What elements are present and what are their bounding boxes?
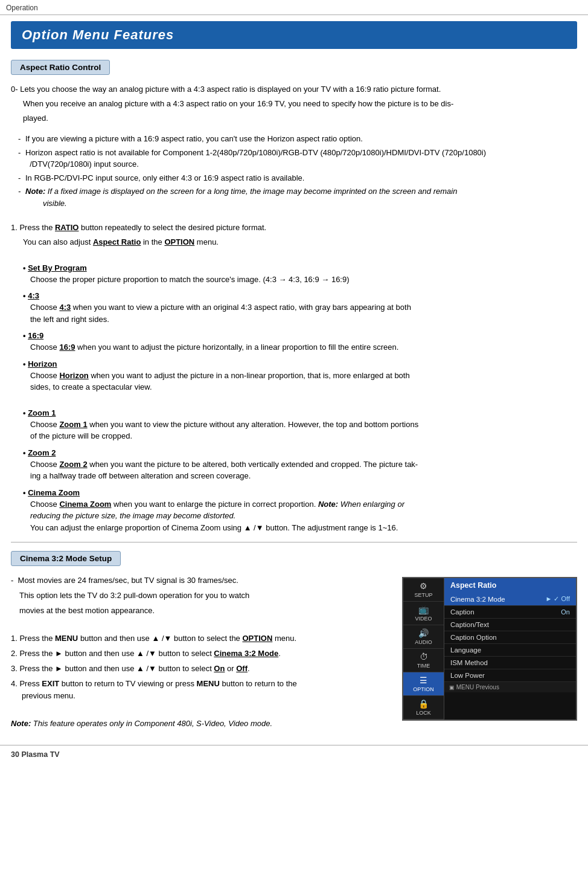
tv-menu-row-ism: ISM Method	[444, 657, 576, 669]
tv-menu-row-caption: Caption On	[444, 606, 576, 619]
time-label: TIME	[417, 663, 430, 669]
captionoption-label: Caption Option	[450, 634, 497, 641]
cinema32-value: ► ✓ Off	[546, 595, 570, 603]
tv-menu-row-captionoption: Caption Option	[444, 631, 576, 644]
footer-text: MENU Previous	[456, 684, 499, 690]
cinema-content-row: - Most movies are 24 frames/sec, but TV …	[11, 575, 577, 733]
main-content: Option Menu Features Aspect Ratio Contro…	[0, 15, 588, 739]
bullet-item-note: Note: If a fixed image is displayed on t…	[18, 185, 577, 209]
ism-label: ISM Method	[450, 659, 488, 666]
cinema-text: - Most movies are 24 frames/sec, but TV …	[11, 575, 390, 733]
sidebar-time: ⏱ TIME	[403, 649, 444, 672]
tv-menu-row-captiontext: Caption/Text	[444, 619, 576, 631]
video-label: VIDEO	[415, 616, 432, 622]
option-16-9: 16:9 Choose 16:9 when you want to adjust…	[23, 331, 577, 353]
option-title-cinzoom: Cinema Zoom	[23, 488, 577, 497]
sidebar-audio: 🔊 AUDIO	[403, 625, 444, 649]
tv-menu-footer: ▣ MENU Previous	[444, 682, 576, 692]
aspect-ratio-section: Aspect Ratio Control 0- Lets you choose …	[11, 60, 577, 533]
cinema-step2: 2. Press the ► button and then use ▲ /▼ …	[11, 648, 390, 660]
step1: 1. Press the RATIO button repeatedly to …	[11, 222, 577, 248]
lock-icon: 🔒	[418, 699, 429, 709]
option-cinema-zoom: Cinema Zoom Choose Cinema Zoom when you …	[23, 488, 577, 534]
setup-icon: ⚙	[420, 581, 427, 591]
option-title-43: 4:3	[23, 291, 577, 300]
audio-icon: 🔊	[418, 628, 429, 638]
bullet-item-1: If you are viewing a picture with a 16:9…	[18, 133, 577, 145]
cinema-intro-1: - Most movies are 24 frames/sec, but TV …	[11, 575, 390, 587]
tv-menu-box: ⚙ SETUP 📺 VIDEO 🔊 AUDIO ⏱	[402, 577, 577, 721]
option-title-zoom2: Zoom 2	[23, 448, 577, 457]
page-footer: 30 Plasma TV	[0, 745, 588, 764]
option-4-3: 4:3 Choose 4:3 when you want to view a p…	[23, 291, 577, 325]
aspect-ratio-label: Aspect Ratio Control	[11, 60, 110, 75]
audio-label: AUDIO	[415, 639, 432, 645]
banner-title: Option Menu Features	[22, 27, 174, 42]
sidebar-option: ☰ OPTION	[403, 672, 444, 696]
page-header: Operation	[0, 0, 588, 15]
option-desc-zoom1: Choose Zoom 1 when you want to view the …	[30, 419, 577, 442]
option-title-horizon: Horizon	[23, 359, 577, 369]
option-label: OPTION	[413, 686, 434, 692]
section-divider	[11, 542, 577, 542]
options-block: Set By Program Choose the proper picture…	[14, 263, 577, 534]
bullet-list: If you are viewing a picture with a 16:9…	[18, 133, 577, 209]
tv-menu-main: Aspect Ratio Cinema 3:2 Mode ► ✓ Off Cap…	[444, 578, 576, 719]
option-desc-sbp: Choose the proper picture proportion to …	[30, 274, 577, 286]
cinema-intro-2: This option lets the TV do 3:2 pull-down…	[19, 590, 390, 602]
title-banner: Option Menu Features	[11, 21, 577, 49]
caption-value: On	[561, 608, 570, 616]
tv-menu-row-language: Language	[444, 644, 576, 657]
option-desc-43: Choose 4:3 when you want to view a pictu…	[30, 301, 577, 325]
captiontext-label: Caption/Text	[450, 621, 489, 628]
video-icon: 📺	[418, 605, 429, 614]
sidebar-setup: ⚙ SETUP	[403, 578, 444, 602]
option-title-169: 16:9	[23, 331, 577, 340]
cinema-step3: 3. Press the ► button and then use ▲ /▼ …	[11, 663, 390, 675]
cinema-note: Note: This feature operates only in Comp…	[11, 718, 390, 730]
intro-line-2: played.	[23, 112, 577, 124]
lowpower-label: Low Power	[450, 672, 485, 679]
intro-line-0: 0- Lets you choose the way an analog pic…	[11, 83, 577, 95]
tv-menu-inner: ⚙ SETUP 📺 VIDEO 🔊 AUDIO ⏱	[403, 578, 576, 719]
option-zoom2: Zoom 2 Choose Zoom 2 when you want the p…	[23, 448, 577, 482]
option-horizon: Horizon Choose Horizon when you want to …	[23, 359, 577, 393]
option-desc-169: Choose 16:9 when you want to adjust the …	[30, 341, 577, 353]
intro-block: 0- Lets you choose the way an analog pic…	[11, 83, 577, 124]
caption-label: Caption	[450, 608, 475, 616]
cinema-step1: 1. Press the MENU button and then use ▲ …	[11, 633, 390, 645]
option-set-by-program: Set By Program Choose the proper picture…	[23, 263, 577, 286]
cinema-section-label: Cinema 3:2 Mode Setup	[11, 551, 121, 566]
option-desc-cinzoom: Choose Cinema Zoom when you want to enla…	[30, 498, 577, 534]
option-desc-horizon: Choose Horizon when you want to adjust t…	[30, 370, 577, 393]
step1-sub: You can also adjust Aspect Ratio in the …	[23, 236, 577, 248]
option-title-sbp: Set By Program	[23, 263, 577, 272]
lock-label: LOCK	[416, 710, 431, 716]
setup-label: SETUP	[414, 592, 432, 598]
tv-menu-row-lowpower: Low Power	[444, 669, 576, 682]
tv-sidebar: ⚙ SETUP 📺 VIDEO 🔊 AUDIO ⏱	[403, 578, 444, 719]
tv-menu-row-cinema32: Cinema 3:2 Mode ► ✓ Off	[444, 593, 576, 606]
time-icon: ⏱	[420, 652, 428, 662]
option-title-zoom1: Zoom 1	[23, 408, 577, 417]
sidebar-lock: 🔒 LOCK	[403, 696, 444, 719]
bullet-item-3: In RGB-PC/DVI-PC input source, only eith…	[18, 172, 577, 184]
intro-line-1: When you receive an analog picture with …	[23, 98, 577, 110]
cinema32-label: Cinema 3:2 Mode	[450, 596, 505, 603]
cinema-intro-3: movies at the best motion appearance.	[19, 605, 390, 617]
cinema-step4: 4. Press EXIT button to return to TV vie…	[11, 678, 390, 702]
option-desc-zoom2: Choose Zoom 2 when you want the picture …	[30, 459, 577, 482]
footer-menu-icon: ▣	[449, 684, 455, 690]
sidebar-video: 📺 VIDEO	[403, 602, 444, 625]
tv-menu-header: Aspect Ratio	[444, 578, 576, 593]
footer-text: 30 Plasma TV	[11, 750, 60, 759]
option-zoom1: Zoom 1 Choose Zoom 1 when you want to vi…	[23, 408, 577, 442]
step1-text: 1. Press the RATIO button repeatedly to …	[11, 222, 577, 234]
header-text: Operation	[6, 4, 38, 12]
language-label: Language	[450, 646, 481, 654]
option-icon: ☰	[420, 675, 427, 685]
cinema-section: Cinema 3:2 Mode Setup - Most movies are …	[11, 551, 577, 733]
bullet-item-2: Horizon aspect ratio is not available fo…	[18, 147, 577, 170]
